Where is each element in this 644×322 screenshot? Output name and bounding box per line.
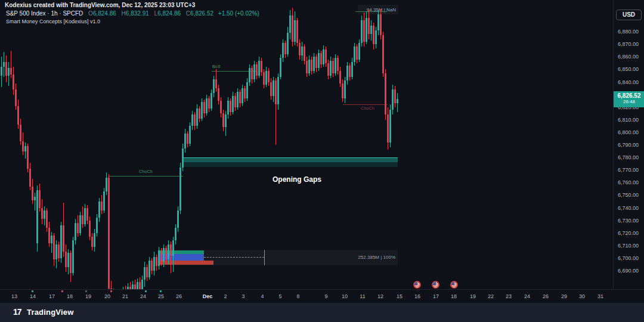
tradingview-chart-window: 252.385M | 100%94.35M | NaNBoSChoChChoCh… [0,0,644,322]
price-tick-label: 6,690.00 [618,268,639,274]
candle-body [385,73,386,114]
candle-body [306,61,308,73]
candle-body [210,93,212,109]
candle-body [29,169,31,187]
candle-body [244,88,246,98]
time-tick-label: 16 [414,293,420,299]
candle-body [327,63,329,76]
candle-body [110,289,112,289]
candle-body [17,106,19,125]
gap-median-dashed-line [204,257,264,258]
candle-body [168,244,169,259]
last-price-badge: 6,826.52 26:48 [614,91,644,107]
event-mark [110,290,112,292]
price-tick-label: 6,850.00 [618,66,639,72]
candle-body [320,53,322,64]
candle-body [146,267,148,277]
candle-body [325,49,327,63]
time-tick-label: Dec [203,293,213,299]
candle-body [237,92,239,107]
price-tick-label: 6,780.00 [618,154,639,160]
candle-body [239,92,241,103]
candle-body [227,101,229,114]
chart-plot-area[interactable]: 252.385M | 100%94.35M | NaNBoSChoChChoCh… [0,0,613,289]
candle-body [342,83,343,98]
time-tick-label: 30 [579,293,585,299]
candle-body [225,114,227,127]
candle-body [208,98,210,109]
candle-body [67,253,69,267]
candle-body [77,223,79,233]
candle-body [39,190,41,208]
candle-body [158,250,160,266]
candle-body [27,146,29,169]
candle-body [134,284,136,289]
candle-body [129,287,131,289]
event-mark [145,290,147,292]
candle-body [144,267,145,280]
close-label: C [186,10,190,17]
candle-body [75,223,76,240]
us-flag-icon[interactable] [450,281,458,289]
price-tick-label: 6,790.00 [618,142,639,148]
candle-body [148,261,150,277]
candle-body [137,282,138,289]
candle-body [242,88,243,103]
candle-wick [123,287,123,289]
time-tick-label: 24 [524,293,530,299]
candle-body [153,257,155,271]
time-tick-label: 26 [543,293,549,299]
event-mark [61,290,63,292]
candle-body [375,30,377,44]
candle-body [86,208,88,221]
candle-body [339,71,341,83]
candle-body [294,20,296,42]
candle-wick [113,289,114,289]
candle-body [218,88,219,101]
candle-body [330,61,332,76]
time-tick-label: 31 [597,293,603,299]
candle-body [177,210,179,228]
opening-gaps-label: Opening Gaps [273,175,321,184]
price-axis[interactable]: 6,880.006,870.006,860.006,850.006,840.00… [613,0,644,289]
currency-usd-button[interactable]: USD [616,10,642,20]
us-flag-icon[interactable] [413,281,421,289]
candle-body [36,190,38,243]
time-tick-label: 19 [85,293,91,299]
candle-body [304,47,305,61]
time-axis[interactable]: 13141718192021242526Dec23458910111215161… [0,289,644,303]
price-tick-label: 6,870.00 [618,41,639,47]
time-tick-label: 5 [278,293,281,299]
candle-body [377,14,379,30]
candle-body [368,18,370,34]
candle-body [282,43,284,58]
time-tick-label: 15 [397,293,402,299]
time-tick-label: 24 [140,293,146,299]
high-label: H [122,10,126,17]
candle-body [60,225,62,258]
candle-body [1,67,2,76]
symbol-title[interactable]: S&P 500 Index · 1h · SPCFD [6,10,83,17]
event-mark [160,290,162,292]
candle-body [358,43,360,60]
candle-body [184,134,186,148]
candle-body [141,280,143,289]
indicator-legend[interactable]: Smart Money Concepts [Kodexius] v1.0 [6,18,100,24]
symbol-legend[interactable]: S&P 500 Index · 1h · SPCFD O6,824.86 H6,… [6,10,259,17]
tradingview-brand-text[interactable]: TradingView [27,308,74,317]
candle-body [394,89,396,103]
candle-body [189,126,191,144]
candle-body [206,98,208,113]
candle-body [232,96,234,112]
candle-body [387,114,389,143]
candle-body [397,99,398,103]
candle-body [370,26,372,34]
time-tick-label: 14 [30,293,36,299]
candle-body [156,257,157,266]
candle-body [337,58,339,71]
candle-body [366,18,367,42]
price-tick-label: 6,840.00 [618,79,639,85]
us-flag-icon[interactable] [432,281,439,289]
candle-body [63,225,64,252]
tradingview-logo-icon[interactable]: 17 [13,307,21,317]
